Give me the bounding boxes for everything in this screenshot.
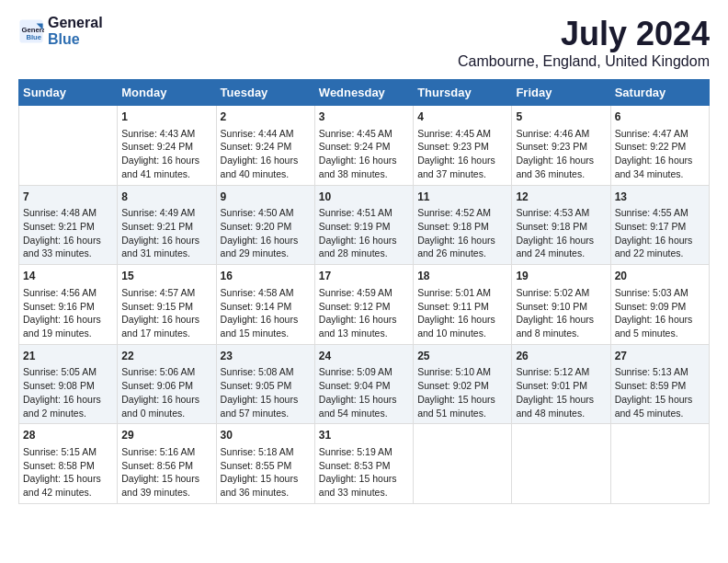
week-row-4: 28Sunrise: 5:15 AMSunset: 8:58 PMDayligh… (19, 424, 710, 504)
day-info: Sunrise: 5:18 AM (221, 445, 311, 459)
day-number: 11 (417, 190, 507, 205)
day-info: and 34 minutes. (615, 167, 705, 181)
day-cell: 21Sunrise: 5:05 AMSunset: 9:08 PMDayligh… (19, 344, 118, 424)
day-cell: 7Sunrise: 4:48 AMSunset: 9:21 PMDaylight… (19, 185, 118, 265)
day-number: 20 (615, 269, 705, 284)
day-cell: 28Sunrise: 5:15 AMSunset: 8:58 PMDayligh… (19, 424, 118, 504)
day-info: Sunset: 8:59 PM (615, 379, 705, 393)
day-number: 26 (516, 349, 606, 364)
day-info: Daylight: 16 hours (23, 393, 113, 407)
day-info: and 26 minutes. (417, 247, 507, 260)
day-info: Sunset: 9:11 PM (417, 300, 507, 314)
day-info: Sunrise: 4:45 AM (319, 127, 409, 141)
day-info: Daylight: 16 hours (417, 313, 507, 327)
day-info: Sunset: 8:56 PM (121, 459, 211, 473)
day-info: Daylight: 15 hours (516, 393, 606, 407)
day-number: 15 (121, 269, 211, 284)
day-info: Sunrise: 4:45 AM (417, 127, 507, 141)
day-number: 23 (221, 349, 311, 364)
day-info: Daylight: 16 hours (319, 154, 409, 167)
day-info: and 22 minutes. (615, 247, 705, 260)
day-cell: 3Sunrise: 4:45 AMSunset: 9:24 PMDaylight… (314, 106, 413, 186)
week-row-1: 7Sunrise: 4:48 AMSunset: 9:21 PMDaylight… (19, 185, 710, 265)
day-info: Sunset: 9:19 PM (319, 220, 409, 234)
day-cell: 12Sunrise: 4:53 AMSunset: 9:18 PMDayligh… (512, 185, 610, 265)
day-cell: 1Sunrise: 4:43 AMSunset: 9:24 PMDaylight… (118, 106, 216, 186)
day-info: Sunset: 9:23 PM (417, 140, 507, 154)
day-info: Daylight: 16 hours (516, 154, 606, 167)
day-cell: 5Sunrise: 4:46 AMSunset: 9:23 PMDaylight… (512, 106, 610, 186)
day-cell: 8Sunrise: 4:49 AMSunset: 9:21 PMDaylight… (118, 185, 216, 265)
day-cell: 23Sunrise: 5:08 AMSunset: 9:05 PMDayligh… (216, 344, 314, 424)
day-number: 12 (516, 190, 606, 205)
day-info: and 28 minutes. (319, 247, 409, 260)
day-info: Daylight: 16 hours (23, 313, 113, 327)
day-info: and 39 minutes. (121, 486, 211, 500)
day-info: Sunrise: 4:43 AM (121, 127, 211, 141)
header-sunday: Sunday (19, 80, 118, 106)
day-info: Sunset: 9:24 PM (221, 140, 311, 154)
day-number: 17 (319, 269, 409, 284)
day-info: Sunrise: 4:56 AM (23, 286, 113, 300)
header-friday: Friday (512, 80, 610, 106)
day-number: 8 (121, 190, 211, 205)
day-info: Sunset: 9:10 PM (516, 300, 606, 314)
day-info: Sunrise: 5:16 AM (121, 445, 211, 459)
day-info: Sunset: 9:24 PM (319, 140, 409, 154)
day-info: Sunset: 8:55 PM (221, 459, 311, 473)
day-info: and 51 minutes. (417, 407, 507, 420)
day-cell: 2Sunrise: 4:44 AMSunset: 9:24 PMDaylight… (216, 106, 314, 186)
day-cell: 31Sunrise: 5:19 AMSunset: 8:53 PMDayligh… (314, 424, 413, 504)
day-info: and 33 minutes. (319, 486, 409, 500)
day-info: and 13 minutes. (319, 327, 409, 340)
svg-text:Blue: Blue (26, 33, 41, 41)
day-info: and 15 minutes. (221, 327, 311, 340)
day-info: Sunrise: 4:44 AM (221, 127, 311, 141)
day-number: 6 (615, 109, 705, 125)
day-info: Daylight: 15 hours (615, 393, 705, 407)
day-info: and 24 minutes. (516, 247, 606, 260)
day-cell: 25Sunrise: 5:10 AMSunset: 9:02 PMDayligh… (414, 344, 512, 424)
day-info: Sunset: 9:22 PM (615, 140, 705, 154)
day-info: and 54 minutes. (319, 407, 409, 420)
day-info: Daylight: 16 hours (319, 313, 409, 327)
day-info: Sunset: 9:04 PM (319, 379, 409, 393)
main-title: July 2024 (458, 15, 710, 53)
day-cell (610, 424, 709, 504)
day-info: Daylight: 16 hours (319, 234, 409, 247)
day-info: Daylight: 15 hours (221, 393, 311, 407)
day-number: 9 (221, 190, 311, 205)
day-info: Sunset: 9:14 PM (221, 300, 311, 314)
day-info: and 42 minutes. (23, 486, 113, 500)
day-info: Sunset: 9:17 PM (615, 220, 705, 234)
day-info: Sunrise: 4:57 AM (121, 286, 211, 300)
day-info: Daylight: 16 hours (121, 313, 211, 327)
day-number: 27 (615, 349, 705, 364)
day-info: Daylight: 16 hours (221, 154, 311, 167)
day-info: Sunset: 9:24 PM (121, 140, 211, 154)
day-info: Sunset: 9:15 PM (121, 300, 211, 314)
day-cell: 17Sunrise: 4:59 AMSunset: 9:12 PMDayligh… (314, 265, 413, 345)
day-info: Sunrise: 5:08 AM (221, 365, 311, 379)
day-info: and 45 minutes. (615, 407, 705, 420)
day-number: 3 (319, 109, 409, 125)
day-number: 31 (319, 428, 409, 443)
day-info: and 8 minutes. (516, 327, 606, 340)
day-info: and 40 minutes. (221, 167, 311, 181)
day-cell: 18Sunrise: 5:01 AMSunset: 9:11 PMDayligh… (414, 265, 512, 345)
day-info: Daylight: 16 hours (23, 234, 113, 247)
day-info: Daylight: 16 hours (516, 313, 606, 327)
day-number: 2 (221, 109, 311, 125)
day-info: Sunset: 9:21 PM (121, 220, 211, 234)
day-info: Sunrise: 5:09 AM (319, 365, 409, 379)
day-info: Daylight: 16 hours (615, 313, 705, 327)
day-info: Daylight: 16 hours (615, 234, 705, 247)
day-cell: 29Sunrise: 5:16 AMSunset: 8:56 PMDayligh… (118, 424, 216, 504)
day-cell: 22Sunrise: 5:06 AMSunset: 9:06 PMDayligh… (118, 344, 216, 424)
day-cell: 26Sunrise: 5:12 AMSunset: 9:01 PMDayligh… (512, 344, 610, 424)
day-info: and 0 minutes. (121, 407, 211, 420)
day-number: 28 (23, 428, 113, 443)
day-info: Sunset: 9:18 PM (417, 220, 507, 234)
day-info: Sunset: 9:02 PM (417, 379, 507, 393)
day-info: Daylight: 16 hours (121, 154, 211, 167)
